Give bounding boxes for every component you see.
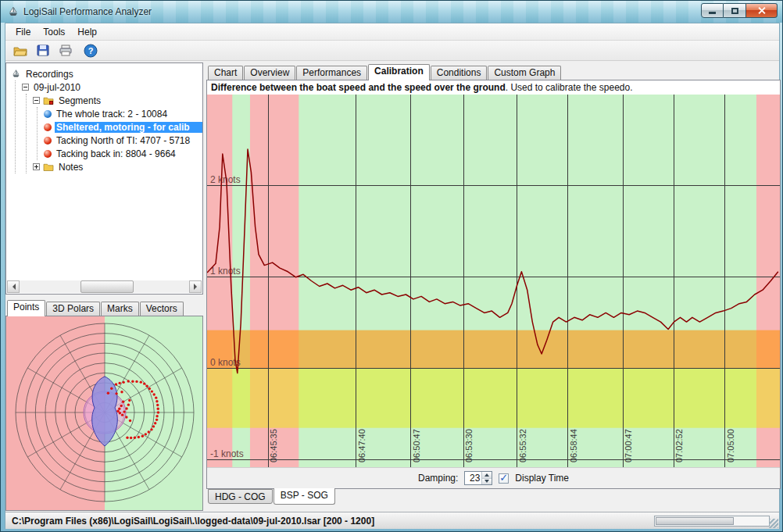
- tool-bar: ?: [5, 41, 779, 61]
- tree-item-segment[interactable]: The whole track: 2 - 10084: [44, 107, 202, 120]
- tree-item-label: The whole track: 2 - 10084: [55, 109, 169, 120]
- damping-label: Damping:: [418, 473, 458, 484]
- tab-vectors[interactable]: Vectors: [140, 302, 184, 316]
- menu-help[interactable]: Help: [72, 25, 102, 39]
- damping-value[interactable]: 23: [465, 472, 481, 484]
- recordings-tree: Recordings 09-jul-2010: [6, 63, 202, 173]
- svg-text:06:47:40: 06:47:40: [357, 429, 366, 462]
- tree-item-segment[interactable]: Tacking back in: 8804 - 9664: [44, 147, 202, 160]
- menu-file[interactable]: File: [10, 25, 36, 39]
- arrow-left-icon: [9, 284, 16, 290]
- tab-custom-graph[interactable]: Custom Graph: [488, 66, 561, 80]
- minimize-button[interactable]: [701, 3, 724, 18]
- tab-overview[interactable]: Overview: [244, 66, 295, 80]
- arrow-down-icon: [484, 480, 489, 485]
- svg-text:06:55:32: 06:55:32: [518, 429, 527, 462]
- tab-points[interactable]: Points: [7, 300, 45, 316]
- damping-stepper[interactable]: 23: [464, 471, 492, 485]
- status-scrollbar[interactable]: [654, 516, 770, 527]
- arrow-up-icon: [484, 471, 489, 477]
- tab-performances[interactable]: Performances: [296, 66, 367, 80]
- svg-text:07:05:00: 07:05:00: [726, 429, 735, 462]
- segment-record-icon: [44, 150, 52, 158]
- tree-item-notes[interactable]: Notes: [33, 160, 202, 173]
- tree-children: The whole track: 2 - 10084 Sheltered, mo…: [37, 107, 202, 160]
- tree-item-label: Segments: [57, 95, 102, 106]
- window-controls: [701, 3, 778, 18]
- tree-children: 09-jul-2010 Segments: [15, 80, 202, 173]
- calibration-chart-area[interactable]: 2 knots1 knots0 knots-1 knots06:45:3506:…: [207, 95, 780, 467]
- tree-item-label: Sheltered, motoring - for calib: [55, 122, 202, 133]
- analysis-tabs: Chart Overview Performances Calibration …: [208, 63, 562, 80]
- tab-conditions[interactable]: Conditions: [431, 66, 488, 80]
- svg-text:07:02:52: 07:02:52: [674, 429, 684, 462]
- stepper-up-button[interactable]: [482, 472, 492, 479]
- maximize-icon: [731, 8, 738, 14]
- maximize-button[interactable]: [724, 3, 746, 18]
- polar-plot-panel: [5, 316, 203, 511]
- calibration-chart[interactable]: 2 knots1 knots0 knots-1 knots06:45:3506:…: [207, 95, 780, 467]
- tab-chart[interactable]: Chart: [208, 66, 243, 80]
- polar-view-tabs: Points 3D Polars Marks Vectors: [7, 299, 184, 316]
- close-icon: [757, 6, 766, 15]
- open-folder-icon: [13, 45, 27, 57]
- help-icon: ?: [84, 44, 98, 58]
- tree-item-segment[interactable]: Tacking North of TI: 4707 - 5718: [44, 134, 202, 147]
- app-window: LogiSail Performance Analyzer File Tools…: [0, 0, 783, 532]
- open-file-button[interactable]: [12, 42, 29, 59]
- display-time-label: Display Time: [515, 473, 569, 484]
- segment-record-icon: [44, 123, 52, 131]
- tab-calibration[interactable]: Calibration: [368, 64, 430, 80]
- svg-text:-1 knots: -1 knots: [210, 448, 244, 459]
- scrollbar-track[interactable]: [20, 280, 189, 293]
- collapse-icon[interactable]: [33, 97, 40, 104]
- scroll-right-button[interactable]: [189, 280, 202, 293]
- scrollbar-thumb[interactable]: [80, 280, 134, 293]
- tree-item-label: Tacking back in: 8804 - 9664: [55, 148, 177, 159]
- tree-item-date[interactable]: 09-jul-2010: [22, 80, 202, 94]
- recordings-tree-panel: Recordings 09-jul-2010: [5, 62, 203, 295]
- tree-item-segment-selected[interactable]: Sheltered, motoring - for calib: [44, 120, 202, 134]
- display-time-checkbox[interactable]: [499, 473, 509, 484]
- close-button[interactable]: [746, 3, 778, 18]
- tab-marks[interactable]: Marks: [101, 302, 139, 316]
- save-button[interactable]: [34, 42, 52, 59]
- print-button[interactable]: [57, 42, 74, 59]
- svg-text:06:50:47: 06:50:47: [412, 429, 421, 462]
- svg-text:1 knots: 1 knots: [210, 266, 241, 277]
- collapse-icon[interactable]: [22, 84, 29, 91]
- expand-icon[interactable]: [33, 163, 40, 170]
- recordings-boat-icon: [11, 69, 21, 79]
- loaded-file-path: C:\Program Files (x86)\LogiSail\LogiSail…: [5, 516, 374, 527]
- stepper-buttons: [481, 472, 492, 484]
- polar-plot[interactable]: [6, 316, 202, 510]
- chart-title: Difference between the boat speed and th…: [207, 80, 780, 95]
- segment-record-icon: [44, 137, 52, 145]
- track-info-icon: [44, 110, 52, 118]
- minimize-icon: [709, 12, 716, 14]
- chart-title-subtitle: . Used to calibrate the speedo.: [506, 82, 633, 93]
- svg-text:06:45:35: 06:45:35: [269, 429, 278, 462]
- tree-horizontal-scrollbar[interactable]: [7, 280, 202, 293]
- resize-grip[interactable]: [769, 519, 778, 528]
- graph-selector-tabs: HDG - COG BSP - SOG: [208, 489, 336, 506]
- tree-item-label: Tacking North of TI: 4707 - 5718: [55, 135, 191, 146]
- chart-controls: Damping: 23 Display Time: [207, 467, 780, 488]
- status-scrollbar-thumb[interactable]: [656, 517, 734, 525]
- tree-item-recordings[interactable]: Recordings: [11, 67, 202, 80]
- menu-tools[interactable]: Tools: [38, 25, 70, 39]
- help-button[interactable]: ?: [82, 42, 99, 59]
- svg-text:06:58:44: 06:58:44: [569, 429, 578, 462]
- stepper-down-button[interactable]: [482, 479, 492, 485]
- tab-bsp-sog[interactable]: BSP - SOG: [274, 488, 335, 505]
- title-bar[interactable]: LogiSail Performance Analyzer: [1, 1, 783, 23]
- menu-bar: File Tools Help: [5, 23, 779, 41]
- tree-item-label: Recordings: [24, 69, 75, 80]
- tab-3d-polars[interactable]: 3D Polars: [46, 302, 100, 316]
- tab-hdg-cog[interactable]: HDG - COG: [208, 489, 273, 504]
- window-title: LogiSail Performance Analyzer: [23, 6, 152, 17]
- tree-item-label: Notes: [57, 162, 84, 173]
- tree-item-segments[interactable]: Segments: [33, 94, 202, 107]
- scroll-left-button[interactable]: [7, 280, 20, 293]
- arrow-right-icon: [194, 284, 200, 290]
